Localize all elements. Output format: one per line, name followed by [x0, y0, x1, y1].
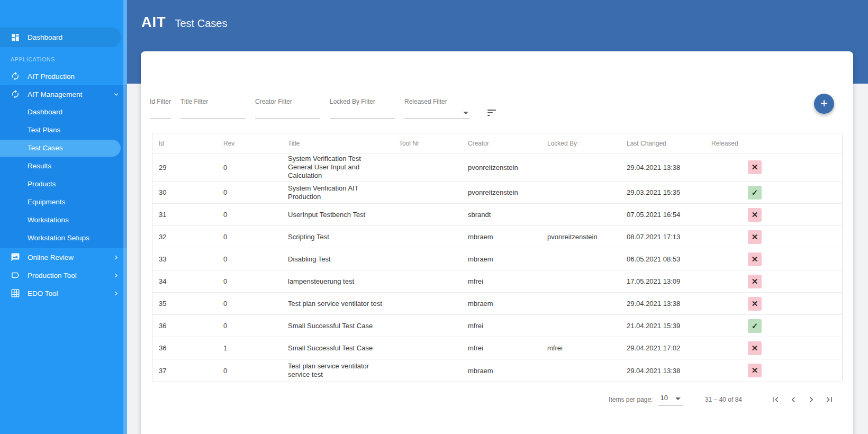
cell-released: ✕ — [705, 297, 842, 311]
cell-creator: mfrei — [462, 322, 541, 330]
column-header-locked-by: Locked By — [541, 140, 620, 147]
sidebar-item-test-plans[interactable]: Test Plans — [0, 121, 127, 139]
sidebar-item-label: AIT Production — [28, 73, 75, 80]
app-root: Dashboard APPLICATIONS AIT Production AI… — [0, 0, 868, 434]
cell-title: Test plan service ventilator test — [282, 300, 393, 308]
table-row[interactable]: 300System Verification AIT Productionpvo… — [152, 182, 842, 204]
previous-page-button[interactable] — [784, 391, 802, 409]
filter-list-icon[interactable] — [487, 110, 496, 116]
table-row[interactable]: 370Test plan service ventilator service … — [152, 359, 842, 382]
cell-creator: mfrei — [462, 344, 541, 352]
table-row[interactable]: 320Scripting Testmbraempvonreitzenstein0… — [152, 226, 842, 248]
cell-id: 31 — [152, 211, 217, 219]
sidebar-item-workstations[interactable]: Workstations — [0, 211, 127, 229]
sidebar-item-ait-management[interactable]: AIT Management — [0, 85, 127, 103]
next-page-button[interactable] — [802, 391, 820, 409]
cell-id: 30 — [152, 188, 217, 196]
table-row[interactable]: 310UserInput Testbench Testsbrandt07.05.… — [152, 204, 842, 226]
page-title: Test Cases — [175, 17, 228, 30]
cell-last-changed: 29.04.2021 13:38 — [620, 300, 705, 308]
title-filter-input[interactable] — [180, 109, 246, 119]
sidebar-item-equipments[interactable]: Equipments — [0, 193, 127, 211]
table-row[interactable]: 290System Verification Test General User… — [152, 153, 842, 182]
table-row[interactable]: 340lampensteuerung testmfrei17.05.2021 1… — [152, 270, 842, 293]
sidebar-item-workstation-setups[interactable]: Workstation Setups — [0, 229, 127, 247]
sidebar-item-edo-tool[interactable]: EDO Tool — [0, 284, 127, 302]
column-header-last-changed: Last Changed — [620, 140, 705, 147]
released-x-icon: ✕ — [748, 230, 762, 244]
last-page-icon — [824, 394, 835, 405]
items-per-page-value: 10 — [660, 394, 667, 402]
cell-creator: mbraem — [462, 367, 541, 375]
sidebar-item-label: Test Cases — [28, 144, 63, 152]
released-filter-select[interactable] — [404, 105, 469, 119]
sidebar-item-online-review[interactable]: Online Review — [0, 248, 127, 266]
released-x-icon: ✕ — [748, 341, 762, 355]
cell-released: ✕ — [705, 160, 842, 174]
cell-last-changed: 08.07.2021 17:13 — [620, 233, 705, 241]
chevron-down-icon — [112, 91, 120, 98]
cell-last-changed: 07.05.2021 16:54 — [620, 211, 705, 219]
released-x-icon: ✕ — [748, 208, 762, 222]
sidebar-group-ait-management: AIT Management DashboardTest PlansTest C… — [0, 85, 127, 248]
creator-filter-label: Creator Filter — [255, 98, 320, 105]
id-filter-label: Id Filter — [150, 98, 171, 105]
released-x-icon: ✕ — [748, 252, 762, 266]
sidebar-item-test-cases[interactable]: Test Cases — [0, 139, 127, 157]
sidebar-item-label: Equipments — [28, 198, 65, 206]
sidebar-item-dashboard[interactable]: Dashboard — [0, 103, 127, 121]
sidebar-item-results[interactable]: Results — [0, 157, 127, 175]
title-filter-label: Title Filter — [180, 98, 246, 105]
cell-id: 36 — [152, 322, 217, 330]
cell-released: ✕ — [705, 252, 842, 266]
sidebar-item-production-tool[interactable]: Production Tool — [0, 266, 127, 284]
last-page-button[interactable] — [820, 391, 838, 409]
cell-creator: pvonreitzenstein — [462, 188, 541, 196]
items-per-page-label: Items per page: — [609, 396, 653, 403]
sidebar-item-dashboard[interactable]: Dashboard — [0, 28, 127, 47]
cell-rev: 0 — [217, 255, 282, 263]
table-body: 290System Verification Test General User… — [152, 153, 842, 382]
cell-locked-by: pvonreitzenstein — [541, 233, 620, 241]
sidebar-submenu-items: DashboardTest PlansTest CasesResultsProd… — [0, 103, 127, 247]
add-test-case-button[interactable]: + — [814, 94, 834, 114]
cell-last-changed: 29.04.2021 13:38 — [620, 164, 705, 171]
sidebar-item-label: Workstation Setups — [28, 234, 89, 242]
table-row[interactable]: 330Disabling Testmbraem06.05.2021 08:53✕ — [152, 248, 842, 270]
sidebar-item-products[interactable]: Products — [0, 175, 127, 193]
sidebar-item-ait-production[interactable]: AIT Production — [0, 67, 127, 85]
creator-filter-input[interactable] — [255, 109, 320, 119]
table-row[interactable]: 360Small Successful Test Casemfrei21.04.… — [152, 315, 842, 337]
released-check-icon: ✓ — [748, 186, 762, 200]
cell-rev: 0 — [217, 277, 282, 285]
first-page-button[interactable] — [766, 391, 784, 409]
cell-rev: 0 — [217, 211, 282, 219]
released-x-icon: ✕ — [748, 160, 762, 174]
cell-rev: 0 — [217, 322, 282, 330]
column-header-creator: Creator — [462, 140, 541, 147]
cell-title: Test plan service ventilator service tes… — [282, 362, 393, 379]
items-per-page-select[interactable]: 10 — [658, 394, 682, 406]
released-x-icon: ✕ — [748, 364, 762, 377]
cell-creator: pvonreitzenstein — [462, 164, 541, 171]
cell-id: 35 — [152, 300, 217, 308]
cell-released: ✕ — [705, 364, 842, 377]
dropdown-caret-icon — [463, 112, 468, 114]
table-row[interactable]: 361Small Successful Test Casemfreimfrei2… — [152, 337, 842, 359]
sidebar-item-label: EDO Tool — [28, 290, 58, 297]
cell-rev: 0 — [217, 164, 282, 171]
chevron-right-icon — [112, 272, 120, 279]
cell-creator: mbraem — [462, 300, 541, 308]
app-logo: AIT — [141, 14, 166, 31]
table-row[interactable]: 350Test plan service ventilator testmbra… — [152, 293, 842, 315]
sidebar-item-label: Products — [28, 180, 56, 188]
id-filter-input[interactable] — [150, 109, 171, 119]
column-header-released: Released — [705, 140, 842, 147]
test-cases-table: Id Rev Title Tool Nr Creator Locked By L… — [152, 133, 843, 382]
dashboard-icon — [11, 33, 20, 42]
paginator-nav — [766, 391, 838, 409]
cell-title: System Verification AIT Production — [282, 184, 393, 201]
locked-by-filter-input[interactable] — [330, 109, 395, 119]
cell-last-changed: 17.05.2021 13:09 — [620, 277, 705, 285]
sidebar-item-label: Online Review — [28, 254, 74, 261]
